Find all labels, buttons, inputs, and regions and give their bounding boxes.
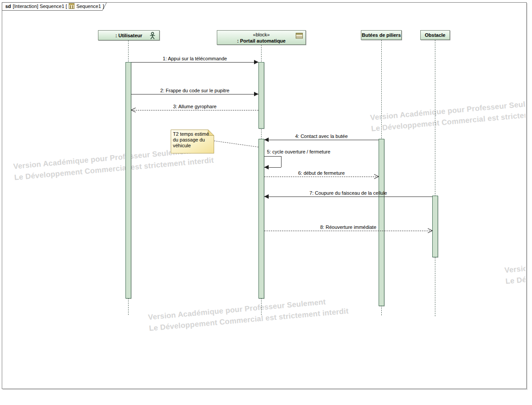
activation-obstacle[interactable] [432,196,438,257]
sequence-diagram-icon [69,3,74,9]
message-5-line[interactable] [264,156,281,157]
activation-butees[interactable] [379,139,384,306]
arrowhead-open-right-icon [374,174,379,179]
lifeline-label: : Utilisateur [115,33,142,38]
message-1-label[interactable]: 1: Appui sur la télécommande [131,56,258,61]
lifeline-head-utilisateur[interactable]: : Utilisateur [98,30,160,40]
activation-utilisateur[interactable] [125,62,131,299]
message-3-label[interactable]: 3: Allume gyrophare [131,104,258,109]
arrowhead-open-left-icon [131,107,136,113]
tab-suffix: ] [103,4,104,9]
tab-diagram-name: Sequence1 [76,4,101,9]
tab-kind-label: [Interaction] Sequence1 [ [13,4,67,9]
lifeline-stereotype: «block» [253,31,270,38]
message-2-line[interactable] [131,94,258,94]
arrowhead-filled-left-icon [264,165,269,169]
message-2-label[interactable]: 2: Frappe du code sur le pupitre [131,88,258,93]
watermark-line: Version Académique pour Professeur Seule… [504,248,525,276]
actor-icon [149,32,156,39]
message-7-line[interactable] [264,197,432,197]
lifeline-head-obstacle[interactable]: Obstacle [420,30,450,40]
message-6-label[interactable]: 6: début de fermeture [264,170,379,176]
arrowhead-filled-left-icon [264,138,269,142]
tab-keyword: sd [5,4,11,9]
message-7-label[interactable]: 7: Coupure du faisceau de la cellule [264,190,432,196]
watermark: Version Académique pour Professeur Seule… [148,295,349,334]
message-5-label[interactable]: 5: cycle ouverture / fermeture [267,149,330,154]
lifeline-label: Obstacle [425,32,445,38]
message-5-line[interactable] [281,156,282,167]
activation-portail-2[interactable] [258,139,264,299]
lifeline-label: Butées de piliers [362,32,401,38]
arrowhead-filled-right-icon [254,92,258,96]
lifeline-label: : Portail automatique [237,38,286,44]
arrowhead-filled-right-icon [254,60,258,64]
activation-portail-1[interactable] [258,62,264,129]
lifeline-head-butees-de-piliers[interactable]: Butées de piliers [361,30,402,40]
watermark: Version Académique pour Professeur Seule… [370,95,525,134]
arrowhead-filled-left-icon [264,194,269,199]
lifeline-obstacle[interactable] [435,40,435,316]
arrowhead-open-right-icon [427,228,433,233]
message-8-line[interactable] [264,231,432,231]
message-8-label[interactable]: 8: Réouverture immédiate [264,224,432,230]
watermark: Version Académique pour Professeur Seule… [504,248,525,287]
message-6-line[interactable] [264,177,379,177]
message-3-line[interactable] [131,110,258,110]
diagram-tab[interactable]: sd [Interaction] Sequence1 [ Sequence1 ] [2,2,109,11]
block-icon [296,33,303,39]
message-4-line[interactable] [264,140,379,140]
note-text[interactable]: T2 temps estimé du passage du véhicule [173,131,212,149]
message-4-label[interactable]: 4: Contact avec la butée [264,134,379,139]
lifeline-head-portail-automatique[interactable]: «block» : Portail automatique [217,30,306,45]
message-1-line[interactable] [131,62,258,63]
